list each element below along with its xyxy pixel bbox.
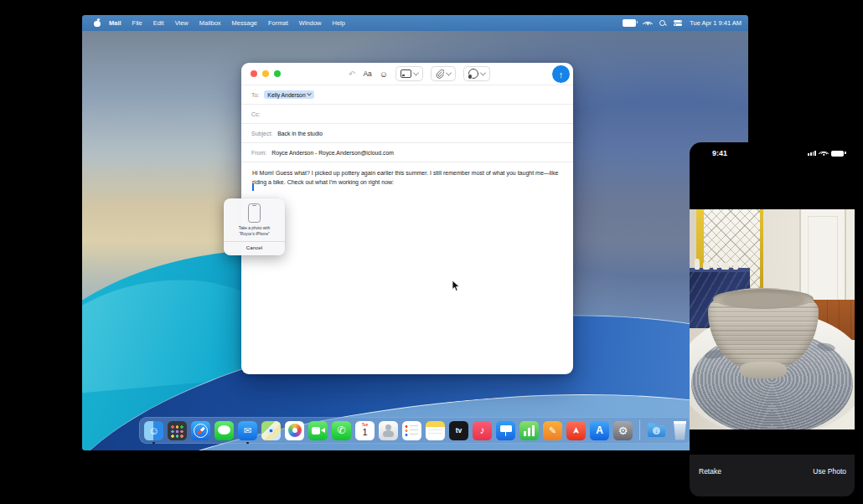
photo-browser-button[interactable] xyxy=(395,66,423,81)
menu-item-format[interactable]: Format xyxy=(268,19,288,27)
dock-icon-appstore[interactable]: A xyxy=(590,421,609,440)
chevron-down-icon xyxy=(446,69,452,75)
photo-action-bar: Retake Use Photo xyxy=(690,455,855,496)
dock-icon-safari[interactable] xyxy=(191,421,210,440)
dock-icon-rocket[interactable]: ➤ xyxy=(566,421,586,440)
dock-icon-numbers[interactable] xyxy=(519,421,539,440)
dock-icon-facetime[interactable] xyxy=(308,421,328,440)
dock: ☺✉✆Tue1tv♪✎➤A⚙↓ xyxy=(139,417,692,444)
menu-item-view[interactable]: View xyxy=(175,19,189,27)
menu-item-help[interactable]: Help xyxy=(332,19,344,27)
dock-icon-maps[interactable] xyxy=(261,421,281,440)
continuity-camera-popover: Take a photo with “Royce’s iPhone” Cance… xyxy=(224,198,285,255)
iphone-icon xyxy=(248,203,261,223)
wifi-icon[interactable] xyxy=(643,20,652,27)
wifi-icon xyxy=(819,150,828,157)
dock-icon-phone[interactable]: ✆ xyxy=(332,421,351,440)
emoji-icon[interactable]: ☺ xyxy=(380,69,388,79)
iphone-status-bar: 9:41 xyxy=(690,142,855,162)
text-insertion-caret xyxy=(252,183,254,191)
menu-bar: MailFileEditViewMailboxMessageFormatWind… xyxy=(82,15,748,31)
dock-icon-mail[interactable]: ✉ xyxy=(238,421,257,440)
format-button[interactable]: Aa xyxy=(363,69,371,78)
iphone-status-icons xyxy=(808,150,844,157)
dock-icon-finder[interactable]: ☺ xyxy=(144,421,163,440)
popover-message: Take a photo with “Royce’s iPhone” xyxy=(224,225,285,238)
popover-line2: “Royce’s iPhone” xyxy=(224,231,285,237)
dock-icon-trash[interactable] xyxy=(673,421,687,440)
close-window-button[interactable] xyxy=(251,70,257,77)
compose-titlebar: ↶ Aa ☺ xyxy=(241,63,573,85)
window-controls xyxy=(251,70,281,77)
dock-icon-keynote[interactable] xyxy=(496,421,515,440)
minimize-window-button[interactable] xyxy=(262,70,269,77)
subject-value: Back in the studio xyxy=(277,131,323,136)
dock-icon-messages[interactable] xyxy=(214,421,234,440)
mouse-cursor xyxy=(452,280,461,292)
dock-icon-photos[interactable] xyxy=(285,421,304,440)
dock-icon-calendar[interactable]: Tue1 xyxy=(355,421,375,440)
spotlight-search-icon[interactable] xyxy=(659,20,666,27)
dock-icon-settings[interactable]: ⚙ xyxy=(613,421,633,440)
continuity-camera-icon xyxy=(468,69,478,79)
dock-icon-notes[interactable] xyxy=(426,421,445,440)
media-icon xyxy=(400,69,411,78)
menu-item-edit[interactable]: Edit xyxy=(153,19,164,27)
stained-glass-right xyxy=(760,209,763,298)
cellular-signal-icon xyxy=(808,151,816,157)
to-label: To: xyxy=(251,92,259,98)
dock-separator xyxy=(639,420,640,440)
dock-icon-launchpad[interactable] xyxy=(168,421,187,440)
battery-icon[interactable] xyxy=(623,19,636,27)
recipient-name: Kelly Anderson xyxy=(267,92,305,98)
menu-item-message[interactable]: Message xyxy=(232,19,257,27)
iphone-screen: 9:41 Retake Use Photo xyxy=(690,142,855,498)
subject-label: Subject: xyxy=(251,131,272,136)
dock-icon-reminders[interactable] xyxy=(402,421,421,440)
send-button[interactable]: ↑ xyxy=(552,65,570,83)
retake-button[interactable]: Retake xyxy=(699,467,721,476)
paperclip-icon xyxy=(436,69,444,79)
to-field-row[interactable]: To: Kelly Anderson xyxy=(241,85,573,105)
attach-file-button[interactable] xyxy=(431,66,456,81)
recipient-token[interactable]: Kelly Anderson xyxy=(264,90,313,99)
menu-items: MailFileEditViewMailboxMessageFormatWind… xyxy=(109,19,345,27)
dock-icon-music[interactable]: ♪ xyxy=(473,421,492,440)
menu-bar-status: Tue Apr 1 9:41 AM xyxy=(623,15,742,31)
menu-item-window[interactable]: Window xyxy=(299,19,322,27)
undo-icon[interactable]: ↶ xyxy=(349,69,355,79)
menu-bar-clock[interactable]: Tue Apr 1 9:41 AM xyxy=(690,19,742,27)
cancel-button[interactable]: Cancel xyxy=(224,242,285,254)
message-body[interactable]: Hi Mom! Guess what? I picked up pottery … xyxy=(241,162,573,193)
apple-menu-icon[interactable] xyxy=(94,19,101,27)
iphone-clock: 9:41 xyxy=(712,149,727,157)
dock-icons: ☺✉✆Tue1tv♪✎➤A⚙↓ xyxy=(144,420,690,440)
dock-icon-tv[interactable]: tv xyxy=(449,421,468,440)
subject-field-row[interactable]: Subject: Back in the studio xyxy=(241,124,573,143)
chevron-down-icon xyxy=(480,69,486,75)
use-photo-button[interactable]: Use Photo xyxy=(813,467,846,476)
dock-icon-contacts[interactable] xyxy=(379,421,398,440)
zoom-window-button[interactable] xyxy=(274,70,281,77)
popover-line1: Take a photo with xyxy=(224,225,285,231)
from-label: From: xyxy=(251,150,266,156)
camera-preview-pottery xyxy=(690,209,855,429)
chevron-down-icon xyxy=(307,91,312,96)
dock-icon-downloads[interactable]: ↓ xyxy=(647,421,666,440)
menu-item-mailbox[interactable]: Mailbox xyxy=(199,19,221,27)
mail-compose-window: ↶ Aa ☺ xyxy=(241,63,573,374)
dock-icon-pages[interactable]: ✎ xyxy=(543,421,562,440)
cc-label: Cc: xyxy=(251,111,261,117)
chevron-down-icon xyxy=(413,69,419,75)
menu-item-mail[interactable]: Mail xyxy=(109,19,121,27)
mac-display: MailFileEditViewMailboxMessageFormatWind… xyxy=(82,15,748,450)
from-field-row[interactable]: From: Royce Anderson - Royce.Anderson@ic… xyxy=(241,143,573,162)
menu-item-file[interactable]: File xyxy=(132,19,142,27)
from-value: Royce Anderson - Royce.Anderson@icloud.c… xyxy=(271,150,394,156)
cc-field-row[interactable]: Cc: xyxy=(241,105,573,124)
control-center-icon[interactable] xyxy=(674,20,682,26)
battery-icon xyxy=(831,151,844,157)
ceramic-pieces xyxy=(691,256,750,270)
compose-toolbar: ↶ Aa ☺ xyxy=(349,63,490,85)
insert-from-iphone-button[interactable] xyxy=(463,66,490,81)
